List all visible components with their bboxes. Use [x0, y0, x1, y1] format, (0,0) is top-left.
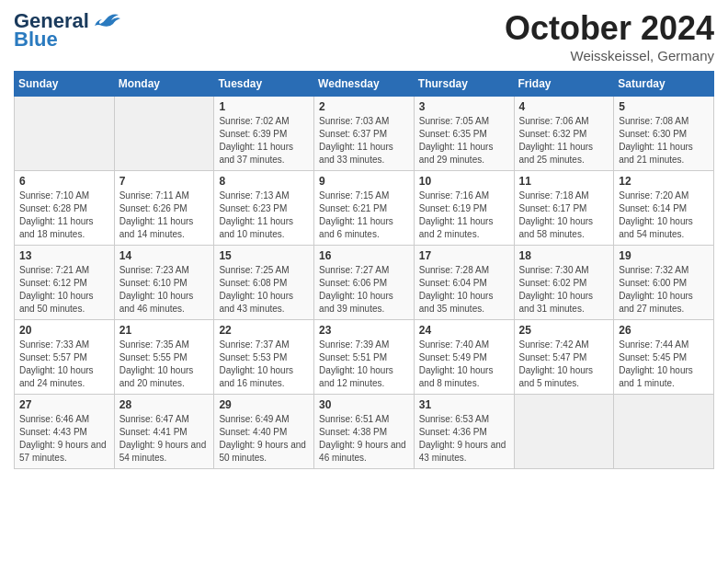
day-cell: 11Sunrise: 7:18 AM Sunset: 6:17 PM Dayli…	[514, 171, 614, 246]
day-info: Sunrise: 7:20 AM Sunset: 6:14 PM Dayligh…	[619, 190, 709, 241]
day-cell: 15Sunrise: 7:25 AM Sunset: 6:08 PM Dayli…	[214, 246, 314, 320]
day-number: 20	[19, 324, 109, 337]
day-cell: 7Sunrise: 7:11 AM Sunset: 6:26 PM Daylig…	[114, 171, 214, 246]
day-info: Sunrise: 6:53 AM Sunset: 4:36 PM Dayligh…	[419, 413, 509, 465]
weekday-header-tuesday: Tuesday	[214, 72, 314, 97]
day-cell: 28Sunrise: 6:47 AM Sunset: 4:41 PM Dayli…	[114, 395, 214, 469]
day-cell: 5Sunrise: 7:08 AM Sunset: 6:30 PM Daylig…	[614, 97, 714, 171]
day-number: 11	[519, 175, 609, 188]
day-cell: 21Sunrise: 7:35 AM Sunset: 5:55 PM Dayli…	[114, 320, 214, 395]
day-number: 2	[319, 100, 409, 113]
day-info: Sunrise: 6:51 AM Sunset: 4:38 PM Dayligh…	[319, 413, 409, 465]
day-info: Sunrise: 7:37 AM Sunset: 5:53 PM Dayligh…	[219, 339, 309, 390]
day-cell: 26Sunrise: 7:44 AM Sunset: 5:45 PM Dayli…	[614, 320, 714, 395]
weekday-header-row: SundayMondayTuesdayWednesdayThursdayFrid…	[15, 72, 714, 97]
day-number: 6	[19, 175, 109, 188]
week-row-1: 1Sunrise: 7:02 AM Sunset: 6:39 PM Daylig…	[15, 97, 714, 171]
day-info: Sunrise: 6:46 AM Sunset: 4:43 PM Dayligh…	[19, 413, 109, 465]
day-info: Sunrise: 7:16 AM Sunset: 6:19 PM Dayligh…	[419, 190, 509, 241]
day-number: 28	[119, 398, 210, 411]
day-info: Sunrise: 7:28 AM Sunset: 6:04 PM Dayligh…	[419, 264, 509, 316]
day-number: 4	[519, 100, 609, 113]
day-info: Sunrise: 7:15 AM Sunset: 6:21 PM Dayligh…	[319, 190, 409, 241]
day-info: Sunrise: 7:42 AM Sunset: 5:47 PM Dayligh…	[519, 339, 609, 390]
day-cell	[15, 97, 115, 171]
day-info: Sunrise: 7:11 AM Sunset: 6:26 PM Dayligh…	[119, 190, 210, 241]
day-cell: 31Sunrise: 6:53 AM Sunset: 4:36 PM Dayli…	[414, 395, 514, 469]
weekday-header-friday: Friday	[514, 72, 614, 97]
day-cell: 18Sunrise: 7:30 AM Sunset: 6:02 PM Dayli…	[514, 246, 614, 320]
day-cell: 13Sunrise: 7:21 AM Sunset: 6:12 PM Dayli…	[15, 246, 115, 320]
day-info: Sunrise: 7:13 AM Sunset: 6:23 PM Dayligh…	[219, 190, 309, 241]
day-number: 19	[619, 249, 709, 262]
day-number: 7	[119, 175, 210, 188]
day-info: Sunrise: 7:35 AM Sunset: 5:55 PM Dayligh…	[119, 339, 210, 390]
day-cell: 20Sunrise: 7:33 AM Sunset: 5:57 PM Dayli…	[15, 320, 115, 395]
day-number: 24	[419, 324, 509, 337]
day-cell: 8Sunrise: 7:13 AM Sunset: 6:23 PM Daylig…	[214, 171, 314, 246]
day-cell: 22Sunrise: 7:37 AM Sunset: 5:53 PM Dayli…	[214, 320, 314, 395]
day-number: 17	[419, 249, 509, 262]
day-info: Sunrise: 7:18 AM Sunset: 6:17 PM Dayligh…	[519, 190, 609, 241]
day-info: Sunrise: 6:49 AM Sunset: 4:40 PM Dayligh…	[219, 413, 309, 465]
day-number: 8	[219, 175, 309, 188]
week-row-2: 6Sunrise: 7:10 AM Sunset: 6:28 PM Daylig…	[15, 171, 714, 246]
day-cell	[114, 97, 214, 171]
day-number: 18	[519, 249, 609, 262]
weekday-header-thursday: Thursday	[414, 72, 514, 97]
day-info: Sunrise: 7:30 AM Sunset: 6:02 PM Dayligh…	[519, 264, 609, 316]
day-cell: 16Sunrise: 7:27 AM Sunset: 6:06 PM Dayli…	[314, 246, 415, 320]
day-cell: 27Sunrise: 6:46 AM Sunset: 4:43 PM Dayli…	[15, 395, 115, 469]
weekday-header-wednesday: Wednesday	[314, 72, 415, 97]
weekday-header-saturday: Saturday	[614, 72, 714, 97]
day-cell: 1Sunrise: 7:02 AM Sunset: 6:39 PM Daylig…	[214, 97, 314, 171]
day-cell: 12Sunrise: 7:20 AM Sunset: 6:14 PM Dayli…	[614, 171, 714, 246]
day-number: 13	[19, 249, 109, 262]
logo: General Blue	[14, 9, 120, 52]
day-number: 9	[319, 175, 409, 188]
day-info: Sunrise: 6:47 AM Sunset: 4:41 PM Dayligh…	[119, 413, 210, 465]
day-number: 15	[219, 249, 309, 262]
month-title: October 2024	[505, 9, 714, 48]
logo-blue-text: Blue	[14, 28, 58, 52]
day-info: Sunrise: 7:33 AM Sunset: 5:57 PM Dayligh…	[19, 339, 109, 390]
day-number: 14	[119, 249, 210, 262]
day-number: 12	[619, 175, 709, 188]
day-number: 27	[19, 398, 109, 411]
day-cell: 3Sunrise: 7:05 AM Sunset: 6:35 PM Daylig…	[414, 97, 514, 171]
day-cell: 17Sunrise: 7:28 AM Sunset: 6:04 PM Dayli…	[414, 246, 514, 320]
day-info: Sunrise: 7:23 AM Sunset: 6:10 PM Dayligh…	[119, 264, 210, 316]
day-cell: 10Sunrise: 7:16 AM Sunset: 6:19 PM Dayli…	[414, 171, 514, 246]
day-cell	[514, 395, 614, 469]
day-number: 16	[319, 249, 409, 262]
day-number: 26	[619, 324, 709, 337]
day-info: Sunrise: 7:03 AM Sunset: 6:37 PM Dayligh…	[319, 115, 409, 167]
day-cell: 24Sunrise: 7:40 AM Sunset: 5:49 PM Dayli…	[414, 320, 514, 395]
day-info: Sunrise: 7:39 AM Sunset: 5:51 PM Dayligh…	[319, 339, 409, 390]
day-cell: 30Sunrise: 6:51 AM Sunset: 4:38 PM Dayli…	[314, 395, 415, 469]
day-cell: 23Sunrise: 7:39 AM Sunset: 5:51 PM Dayli…	[314, 320, 415, 395]
day-info: Sunrise: 7:21 AM Sunset: 6:12 PM Dayligh…	[19, 264, 109, 316]
day-number: 25	[519, 324, 609, 337]
day-cell: 29Sunrise: 6:49 AM Sunset: 4:40 PM Dayli…	[214, 395, 314, 469]
day-info: Sunrise: 7:40 AM Sunset: 5:49 PM Dayligh…	[419, 339, 509, 390]
week-row-3: 13Sunrise: 7:21 AM Sunset: 6:12 PM Dayli…	[15, 246, 714, 320]
weekday-header-sunday: Sunday	[15, 72, 115, 97]
weekday-header-monday: Monday	[114, 72, 214, 97]
title-block: October 2024 Weisskeissel, Germany	[505, 9, 714, 63]
day-cell: 6Sunrise: 7:10 AM Sunset: 6:28 PM Daylig…	[15, 171, 115, 246]
day-info: Sunrise: 7:08 AM Sunset: 6:30 PM Dayligh…	[619, 115, 709, 167]
day-number: 5	[619, 100, 709, 113]
day-number: 22	[219, 324, 309, 337]
day-number: 1	[219, 100, 309, 113]
location: Weisskeissel, Germany	[505, 48, 714, 63]
day-cell: 19Sunrise: 7:32 AM Sunset: 6:00 PM Dayli…	[614, 246, 714, 320]
day-number: 31	[419, 398, 509, 411]
day-info: Sunrise: 7:32 AM Sunset: 6:00 PM Dayligh…	[619, 264, 709, 316]
day-number: 23	[319, 324, 409, 337]
day-info: Sunrise: 7:06 AM Sunset: 6:32 PM Dayligh…	[519, 115, 609, 167]
day-cell: 14Sunrise: 7:23 AM Sunset: 6:10 PM Dayli…	[114, 246, 214, 320]
page-header: General Blue October 2024 Weisskeissel, …	[14, 9, 714, 63]
week-row-4: 20Sunrise: 7:33 AM Sunset: 5:57 PM Dayli…	[15, 320, 714, 395]
day-cell: 25Sunrise: 7:42 AM Sunset: 5:47 PM Dayli…	[514, 320, 614, 395]
